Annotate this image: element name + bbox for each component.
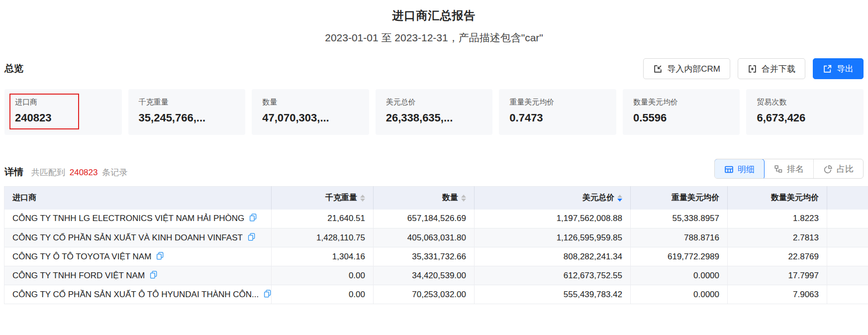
details-section-title: 详情: [4, 166, 23, 179]
cell-empty: [827, 228, 868, 247]
cell-usd-per-kg: 0.0000: [631, 266, 728, 285]
export-button[interactable]: 导出: [813, 58, 864, 79]
import-crm-label: 导入内部CRM: [667, 63, 720, 75]
col-header-label: 数量: [442, 193, 458, 203]
stat-value: 47,070,303,...: [262, 112, 359, 124]
col-header-usd-total[interactable]: 美元总价: [475, 187, 631, 210]
stat-card-kg-weight[interactable]: 千克重量 35,245,766,...: [128, 89, 246, 135]
stat-label: 数量: [262, 98, 359, 107]
ranking-icon: [773, 164, 783, 174]
cell-usd-per-qty: 7.9063: [728, 285, 827, 304]
col-header-label: 美元总价: [582, 193, 614, 203]
import-crm-button[interactable]: 导入内部CRM: [643, 58, 730, 79]
col-header-kg-weight[interactable]: 千克重量: [272, 187, 374, 210]
col-header-quantity[interactable]: 数量: [374, 187, 475, 210]
stat-value: 35,245,766,...: [139, 112, 235, 124]
col-header-usd-per-qty: 数量美元均价: [728, 187, 827, 210]
stat-value: 6,673,426: [757, 112, 853, 124]
stat-card-usd-per-qty[interactable]: 数量美元均价 0.5596: [623, 89, 740, 135]
table-row[interactable]: CÔNG TY TNHH LG ELECTRONICS VIỆT NAM HẢI…: [4, 210, 868, 228]
stat-card-usd-total[interactable]: 美元总价 26,338,635,...: [376, 89, 493, 135]
tab-ranking-label: 排名: [787, 163, 804, 175]
merge-download-label: 合并下载: [762, 63, 795, 75]
cell-usd-per-qty: 22.8769: [728, 247, 827, 266]
overview-section-title: 总览: [4, 62, 23, 75]
tab-detail-label: 明细: [738, 164, 755, 175]
stat-label: 贸易次数: [757, 98, 853, 107]
pie-icon: [823, 164, 833, 174]
stat-value: 0.7473: [509, 112, 606, 124]
importer-name[interactable]: CÔNG TY CỔ PHẦN SẢN XUẤT VÀ KINH DOANH V…: [12, 233, 243, 243]
cell-kg-weight: 1,304.16: [272, 247, 374, 266]
importer-name[interactable]: CÔNG TY TNHH FORD VIỆT NAM: [12, 271, 145, 281]
merge-download-button[interactable]: 合并下载: [738, 58, 805, 79]
toolbar: 导入内部CRM 合并下载 导出: [643, 58, 864, 79]
match-suffix: 条记录: [102, 168, 127, 177]
cell-empty: [827, 266, 868, 285]
copy-icon[interactable]: [156, 251, 164, 262]
importer-summary-report-page: 进口商汇总报告 2023-01-01 至 2023-12-31，产品描述包含"c…: [0, 0, 868, 335]
stat-label: 美元总价: [386, 98, 482, 107]
cell-usd-total: 1,197,562,008.88: [475, 210, 631, 228]
page-title: 进口商汇总报告: [0, 8, 868, 23]
stat-card-importers[interactable]: 进口商 240823: [4, 89, 122, 135]
view-switcher: 明细 排名 占比: [714, 159, 864, 179]
copy-icon[interactable]: [263, 289, 271, 300]
sort-carets-icon-active-desc[interactable]: [617, 195, 622, 202]
cell-kg-weight: 0.00: [272, 285, 374, 304]
cell-empty: [827, 210, 868, 228]
copy-icon[interactable]: [149, 270, 158, 281]
cell-usd-total: 1,126,595,959.85: [475, 228, 631, 247]
stat-card-quantity[interactable]: 数量 47,070,303,...: [252, 89, 369, 135]
cell-kg-weight: 0.00: [272, 266, 374, 285]
stat-label: 重量美元均价: [509, 98, 606, 107]
cell-usd-total: 612,673,752.55: [475, 266, 631, 285]
importer-name[interactable]: CÔNG TY TNHH LG ELECTRONICS VIỆT NAM HẢI…: [12, 214, 244, 223]
table-row[interactable]: CÔNG TY CỔ PHẦN SẢN XUẤT VÀ KINH DOANH V…: [4, 228, 868, 247]
export-icon: [823, 64, 832, 74]
tab-proportion[interactable]: 占比: [814, 159, 863, 178]
merge-icon: [748, 64, 757, 74]
copy-icon[interactable]: [247, 232, 256, 243]
col-header-label: 千克重量: [325, 193, 357, 203]
tab-detail[interactable]: 明细: [714, 159, 765, 179]
table-row[interactable]: CÔNG TY CỔ PHẦN SẢN XUẤT Ô TÔ HYUNDAI TH…: [4, 285, 868, 304]
stat-value: 26,338,635,...: [386, 112, 482, 124]
sort-carets-icon[interactable]: [360, 195, 365, 202]
page-subtitle: 2023-01-01 至 2023-12-31，产品描述包含"car": [0, 31, 868, 45]
match-count: 240823: [70, 168, 98, 177]
stat-card-trade-count[interactable]: 贸易次数 6,673,426: [746, 89, 864, 135]
cell-usd-per-kg: 55,338.8957: [631, 210, 728, 228]
importer-table: 进口商 千克重量 数量 美元总价: [4, 186, 868, 304]
overview-bar: 总览 导入内部CRM 合并下载: [0, 58, 868, 80]
export-label: 导出: [837, 63, 854, 75]
cell-quantity: 70,253,032.00: [374, 285, 475, 304]
importer-name[interactable]: CÔNG TY Ô TÔ TOYOTA VIỆT NAM: [12, 252, 151, 262]
match-summary: 共匹配到 240823 条记录: [31, 167, 127, 178]
cell-kg-weight: 1,428,110.75: [272, 228, 374, 247]
cell-usd-per-kg: 619,772.2989: [631, 247, 728, 266]
stat-label: 千克重量: [139, 98, 235, 107]
table-row[interactable]: CÔNG TY TNHH FORD VIỆT NAM 0.00 34,420,5…: [4, 266, 868, 285]
sort-carets-icon[interactable]: [461, 195, 466, 202]
table-row[interactable]: CÔNG TY Ô TÔ TOYOTA VIỆT NAM 1,304.16 35…: [4, 247, 868, 266]
stat-value: 240823: [15, 112, 111, 124]
cell-empty: [827, 285, 868, 304]
cell-usd-per-qty: 2.7813: [728, 228, 827, 247]
col-header-importer: 进口商: [4, 187, 272, 210]
importer-name[interactable]: CÔNG TY CỔ PHẦN SẢN XUẤT Ô TÔ HYUNDAI TH…: [12, 290, 259, 300]
details-bar: 详情 共匹配到 240823 条记录 明细: [0, 159, 868, 179]
import-icon: [653, 64, 663, 74]
copy-icon[interactable]: [249, 213, 257, 224]
tab-ranking[interactable]: 排名: [764, 159, 814, 178]
cell-quantity: 34,420,539.00: [374, 266, 475, 285]
match-prefix: 共匹配到: [31, 168, 65, 177]
cell-usd-per-kg: 0.0000: [631, 285, 728, 304]
cell-quantity: 405,063,031.80: [374, 228, 475, 247]
cell-usd-per-kg: 788.8716: [631, 228, 728, 247]
table-icon: [724, 165, 734, 174]
cell-kg-weight: 21,640.51: [272, 210, 374, 228]
tab-proportion-label: 占比: [837, 163, 854, 175]
cell-quantity: 35,331,732.66: [374, 247, 475, 266]
stat-card-usd-per-kg[interactable]: 重量美元均价 0.7473: [499, 89, 616, 135]
